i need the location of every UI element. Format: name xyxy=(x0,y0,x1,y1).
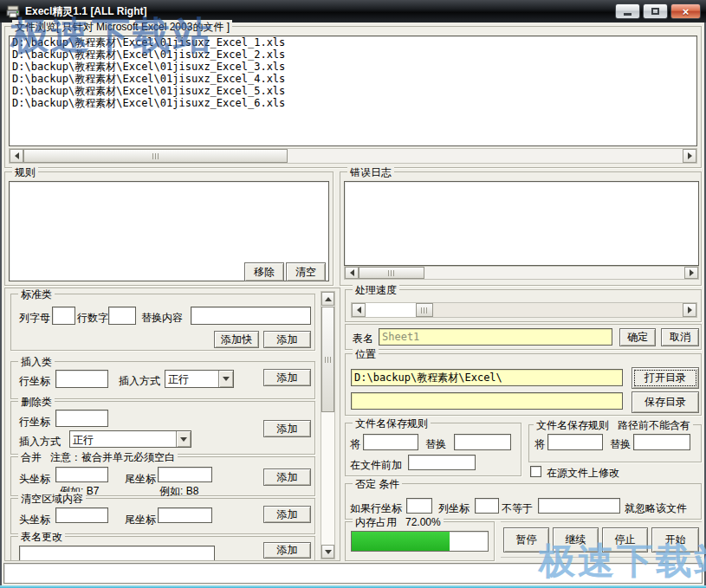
row-number-input[interactable] xyxy=(108,307,136,325)
col-letter-input[interactable] xyxy=(52,307,75,325)
status-bar xyxy=(3,563,703,584)
merge-add-button[interactable]: 添加 xyxy=(263,468,311,486)
file-list[interactable]: D:\backup\教程素材\Excel\01jisuxz_Excel_1.xl… xyxy=(9,36,697,146)
scroll-right-arrow-icon[interactable] xyxy=(684,267,698,279)
save-dir-input[interactable] xyxy=(351,392,623,410)
sheet-rename-input[interactable] xyxy=(19,546,215,561)
panel-vscroll-thumb[interactable] xyxy=(321,307,334,412)
minimize-button[interactable] xyxy=(615,3,640,19)
insert-mode-select[interactable]: 正行 xyxy=(165,370,234,388)
file-list-item[interactable]: D:\backup\教程素材\Excel\01jisuxz_Excel_6.xl… xyxy=(10,97,696,109)
save-dir-button[interactable]: 保存目录 xyxy=(632,391,699,413)
insert-row-input[interactable] xyxy=(55,370,108,388)
insert-label: 插入类 xyxy=(18,355,55,370)
filename-rule-group: 文件名保存规则 将 替换 在文件前加 xyxy=(345,423,521,476)
sheet-rename-label: 表名更改 xyxy=(18,530,65,545)
ok-button[interactable]: 确定 xyxy=(619,328,656,346)
merge-tail-label: 尾坐标 xyxy=(125,472,156,487)
path-replace-label: 替换 xyxy=(610,437,631,452)
file-list-item[interactable]: D:\backup\教程素材\Excel\01jisuxz_Excel_4.xl… xyxy=(10,73,696,85)
window-title: Execl精灵1.1 [ALL Right] xyxy=(25,4,146,19)
cancel-button[interactable]: 取消 xyxy=(661,328,699,346)
negate-neq-label: 不等于 xyxy=(502,501,533,516)
open-dir-input[interactable] xyxy=(351,369,623,386)
pause-button[interactable]: 暂停 xyxy=(503,527,549,552)
delete-add-button[interactable]: 添加 xyxy=(263,420,311,437)
file-list-item[interactable]: D:\backup\教程素材\Excel\01jisuxz_Excel_1.xl… xyxy=(10,36,696,48)
fname-from-label: 将 xyxy=(350,437,360,452)
error-log-label: 错误日志 xyxy=(347,165,394,180)
location-label: 位置 xyxy=(353,347,379,362)
location-group: 位置 打开目录 保存目录 xyxy=(345,353,702,416)
error-log-hscrollbar[interactable] xyxy=(344,266,699,280)
scroll-track[interactable] xyxy=(424,267,684,279)
close-button[interactable]: × xyxy=(670,3,701,19)
error-log-list[interactable] xyxy=(344,181,699,266)
maximize-icon xyxy=(651,8,659,15)
delete-row-input[interactable] xyxy=(55,410,108,427)
path-from-label: 将 xyxy=(534,437,545,452)
scroll-left-arrow-icon[interactable] xyxy=(10,149,23,163)
clear-rules-button[interactable]: 清空 xyxy=(286,262,326,281)
chevron-down-icon[interactable] xyxy=(218,371,233,387)
file-list-hscrollbar[interactable] xyxy=(9,148,697,164)
scroll-down-arrow-icon[interactable] xyxy=(321,545,334,559)
fname-prefix-input[interactable] xyxy=(408,455,476,470)
speed-slider-thumb[interactable] xyxy=(416,303,433,317)
fname-replace-input[interactable] xyxy=(454,434,511,450)
insert-mode-label: 插入方式 xyxy=(119,374,160,389)
replace-content-input[interactable] xyxy=(191,307,311,325)
path-from-input[interactable] xyxy=(547,434,603,450)
standard-label: 标准类 xyxy=(18,288,55,302)
delete-mode-select[interactable]: 正行 xyxy=(69,430,191,448)
file-list-item[interactable]: D:\backup\教程素材\Excel\01jisuxz_Excel_2.xl… xyxy=(10,48,696,61)
negate-col-input[interactable] xyxy=(475,498,499,514)
delete-group: 删除类 行坐标 插入方式 正行 添加 xyxy=(10,401,315,455)
add-fast-button[interactable]: 添加快 xyxy=(214,331,259,348)
scroll-left-arrow-icon[interactable] xyxy=(352,303,366,317)
speed-track-right[interactable] xyxy=(433,303,683,317)
stop-button[interactable]: 停止 xyxy=(602,527,648,552)
sheet-rename-group: 表名更改 添加 xyxy=(10,536,315,561)
modify-source-checkbox[interactable] xyxy=(530,466,541,477)
app-window: Execl精灵1.1 [ALL Right] × 文件浏览[ 只针对 Micro… xyxy=(0,0,706,588)
insert-group: 插入类 行坐标 插入方式 正行 添加 xyxy=(10,361,315,399)
file-list-item[interactable]: D:\backup\教程素材\Excel\01jisuxz_Excel_5.xl… xyxy=(10,85,696,97)
fname-from-input[interactable] xyxy=(363,434,418,450)
speed-slider[interactable] xyxy=(351,302,697,318)
negate-value-input[interactable] xyxy=(538,498,620,514)
merge-note: 注意：被合并单元必须空白 xyxy=(50,451,175,463)
merge-tail-input[interactable] xyxy=(158,467,212,482)
speed-track-left[interactable] xyxy=(366,303,416,317)
clear-tail-input[interactable] xyxy=(158,507,212,523)
sheet-rename-add-button[interactable]: 添加 xyxy=(263,542,311,559)
merge-tail-hint: 例如: B8 xyxy=(159,484,198,499)
maximize-button[interactable] xyxy=(643,3,668,19)
remove-rule-button[interactable]: 移除 xyxy=(244,262,284,281)
sheet-name-input[interactable] xyxy=(379,328,612,346)
error-log-hscroll-thumb[interactable] xyxy=(359,267,424,279)
app-icon xyxy=(6,4,20,18)
panel-vscrollbar[interactable] xyxy=(321,291,335,559)
clear-head-input[interactable] xyxy=(55,507,108,523)
scroll-right-arrow-icon[interactable] xyxy=(683,303,696,317)
scroll-track[interactable] xyxy=(288,149,683,163)
scroll-left-arrow-icon[interactable] xyxy=(345,267,359,279)
clear-region-add-button[interactable]: 添加 xyxy=(263,506,311,523)
negate-row-input[interactable] xyxy=(406,498,432,514)
merge-head-input[interactable] xyxy=(55,467,108,482)
file-list-hscroll-thumb[interactable] xyxy=(23,149,288,163)
scroll-up-arrow-icon[interactable] xyxy=(321,292,334,306)
open-dir-button[interactable]: 打开目录 xyxy=(632,367,699,389)
start-button[interactable]: 开始 xyxy=(651,527,699,552)
standard-add-button[interactable]: 添加 xyxy=(263,331,311,348)
memory-percent: 72.00% xyxy=(405,516,441,528)
file-list-item[interactable]: D:\backup\教程素材\Excel\01jisuxz_Excel_3.xl… xyxy=(10,61,696,73)
chevron-down-icon[interactable] xyxy=(176,431,191,447)
delete-mode-label: 插入方式 xyxy=(19,435,61,449)
path-rule-label: 文件名保存规则路径前不能含有 xyxy=(534,418,693,433)
insert-add-button[interactable]: 添加 xyxy=(263,369,311,386)
path-replace-input[interactable] xyxy=(633,434,690,450)
scroll-right-arrow-icon[interactable] xyxy=(683,149,696,163)
resume-button[interactable]: 继续 xyxy=(553,527,599,552)
